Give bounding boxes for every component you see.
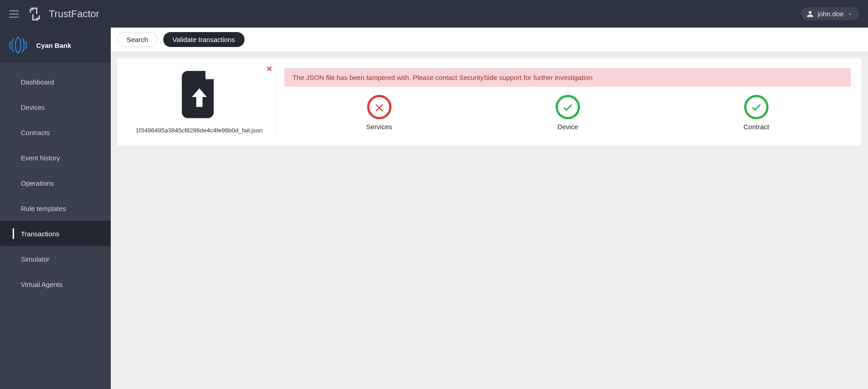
main: SearchValidate transactions ✕ 1f3496495a…: [111, 28, 868, 389]
sidebar-item-label: Dashboard: [21, 78, 54, 86]
upload-panel: ✕ 1f3496495a3845cf8286de4c4fe96b0d_fail.…: [128, 68, 276, 134]
x-circle-icon: [367, 95, 392, 119]
validation-card: ✕ 1f3496495a3845cf8286de4c4fe96b0d_fail.…: [117, 58, 862, 145]
status-row: ServicesDeviceContract: [284, 95, 851, 131]
sidebar-item-label: Operations: [21, 179, 54, 187]
tab-validate-transactions[interactable]: Validate transactions: [163, 32, 245, 47]
sidebar-item-dashboard[interactable]: Dashboard: [0, 69, 111, 94]
sidebar-item-label: Virtual Agents: [21, 281, 62, 288]
file-upload-icon[interactable]: [179, 71, 220, 121]
status-device: Device: [556, 95, 580, 131]
error-alert-text: The JSON file has been tampered with. Pl…: [292, 74, 593, 81]
sidebar-item-rule-templates[interactable]: Rule templates: [0, 196, 111, 221]
tab-search[interactable]: Search: [117, 32, 158, 47]
sidebar-item-simulator[interactable]: Simulator: [0, 246, 111, 272]
org-name: Cyan Bank: [36, 42, 71, 49]
brand: TrustFactor: [27, 6, 99, 22]
nav: DashboardDevicesContractsEvent historyOp…: [0, 63, 111, 297]
sidebar-item-label: Transactions: [21, 230, 59, 238]
topbar: TrustFactor john.doe: [0, 0, 868, 28]
user-menu[interactable]: john.doe: [801, 7, 859, 20]
status-services: Services: [366, 95, 392, 131]
status-label: Contract: [743, 123, 769, 131]
brand-logo-icon: [27, 6, 42, 22]
sidebar-item-label: Contracts: [21, 129, 50, 136]
sidebar: Cyan Bank DashboardDevicesContractsEvent…: [0, 28, 111, 389]
sidebar-item-virtual-agents[interactable]: Virtual Agents: [0, 272, 111, 297]
menu-icon[interactable]: [9, 10, 19, 18]
status-label: Services: [366, 123, 392, 131]
sidebar-item-event-history[interactable]: Event history: [0, 145, 111, 170]
sidebar-item-label: Event history: [21, 154, 60, 162]
topbar-left: TrustFactor: [9, 6, 99, 22]
sidebar-item-label: Simulator: [21, 255, 49, 263]
content: ✕ 1f3496495a3845cf8286de4c4fe96b0d_fail.…: [111, 52, 868, 152]
error-alert: The JSON file has been tampered with. Pl…: [284, 68, 851, 87]
user-name: john.doe: [817, 10, 844, 18]
sidebar-item-devices[interactable]: Devices: [0, 94, 111, 120]
org-header: Cyan Bank: [0, 28, 111, 63]
sidebar-item-operations[interactable]: Operations: [0, 170, 111, 196]
status-contract: Contract: [743, 95, 769, 131]
chevron-down-icon: [847, 11, 853, 17]
check-circle-icon: [744, 95, 769, 119]
result-panel: The JSON file has been tampered with. Pl…: [276, 68, 851, 134]
status-label: Device: [557, 123, 578, 131]
sidebar-item-label: Devices: [21, 103, 45, 111]
brand-name: TrustFactor: [49, 8, 99, 20]
person-icon: [807, 10, 814, 18]
sidebar-item-transactions[interactable]: Transactions: [0, 221, 111, 246]
sidebar-item-label: Rule templates: [21, 205, 66, 212]
close-icon[interactable]: ✕: [266, 66, 272, 73]
check-circle-icon: [556, 95, 580, 119]
tabbar: SearchValidate transactions: [111, 28, 868, 52]
uploaded-file-name: 1f3496495a3845cf8286de4c4fe96b0d_fail.js…: [133, 127, 265, 134]
sidebar-item-contracts[interactable]: Contracts: [0, 120, 111, 145]
org-logo-icon: [6, 33, 30, 57]
